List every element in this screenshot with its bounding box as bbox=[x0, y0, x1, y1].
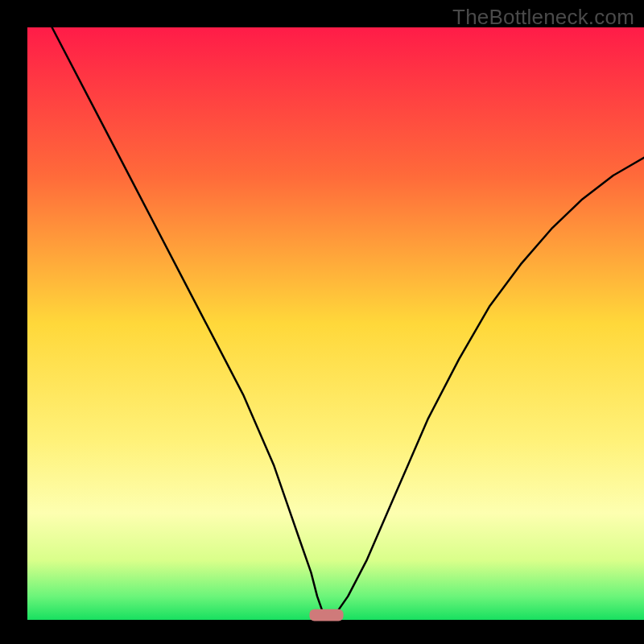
bottleneck-chart bbox=[0, 0, 644, 644]
minimum-marker bbox=[309, 609, 343, 621]
chart-frame: TheBottleneck.com bbox=[0, 0, 644, 644]
plot-background bbox=[27, 27, 644, 620]
